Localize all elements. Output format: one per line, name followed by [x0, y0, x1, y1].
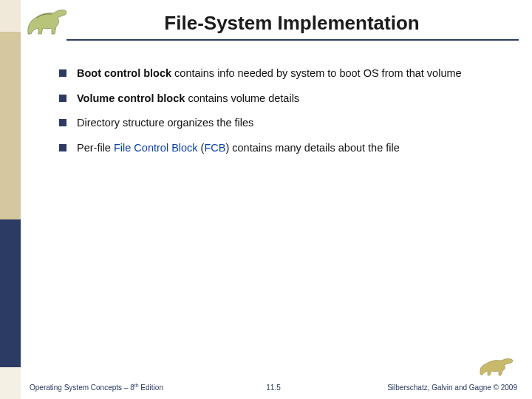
- bullet-list: Boot control block contains info needed …: [59, 66, 510, 166]
- bold-term: Boot control block: [77, 67, 174, 79]
- text-run: Operating System Concepts – 8: [30, 383, 134, 392]
- bold-term: Volume control block: [77, 92, 188, 104]
- bullet-square-icon: [59, 119, 66, 126]
- text-run: Edition: [139, 383, 163, 392]
- text-run: Per-file: [77, 142, 114, 154]
- footer-right: Silberschatz, Galvin and Gagne © 2009: [387, 383, 517, 392]
- list-item: Directory structure organizes the files: [59, 116, 510, 131]
- bullet-square-icon: [59, 95, 66, 102]
- slide-title: File-System Implementation: [74, 12, 510, 39]
- bullet-text: Volume control block contains volume det…: [77, 92, 299, 106]
- footer-left: Operating System Concepts – 8th Edition: [30, 383, 163, 392]
- link-text: File Control Block: [114, 142, 198, 154]
- bullet-text: Boot control block contains info needed …: [77, 66, 462, 81]
- link-text: FCB: [204, 142, 225, 154]
- title-rule: [66, 39, 519, 41]
- list-item: Volume control block contains volume det…: [59, 92, 510, 106]
- bullet-square-icon: [59, 144, 66, 151]
- dinosaur-icon-top: [22, 4, 74, 40]
- slide-footer: Operating System Concepts – 8th Edition …: [30, 383, 517, 392]
- text-run: contains volume details: [188, 92, 299, 104]
- title-block: File-System Implementation: [74, 12, 510, 41]
- bullet-square-icon: [59, 69, 66, 77]
- sidebar-accent: [0, 0, 21, 399]
- bullet-text: Per-file File Control Block (FCB) contai…: [77, 141, 400, 156]
- bullet-text: Directory structure organizes the files: [77, 116, 253, 131]
- text-run: Directory structure organizes the files: [77, 117, 253, 129]
- list-item: Per-file File Control Block (FCB) contai…: [59, 141, 510, 156]
- text-run: contains info needed by system to boot O…: [174, 67, 461, 79]
- footer-page-number: 11.5: [266, 383, 280, 392]
- dinosaur-icon-bottom: [477, 353, 519, 378]
- list-item: Boot control block contains info needed …: [59, 66, 510, 81]
- text-run: ) contains many details about the file: [225, 142, 399, 154]
